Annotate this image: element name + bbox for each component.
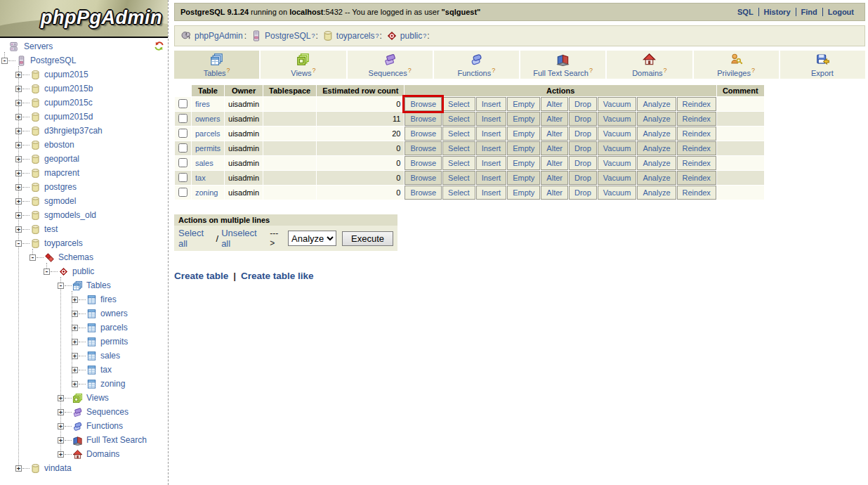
action-vacuum[interactable]: Vacuum: [603, 100, 631, 108]
action-select[interactable]: Select: [448, 100, 470, 108]
row-checkbox[interactable]: [178, 114, 188, 123]
help-link[interactable]: ?: [312, 67, 315, 74]
tree-item[interactable]: - Schemas: [0, 250, 167, 264]
row-checkbox[interactable]: [178, 143, 188, 153]
tree-item[interactable]: + Sequences: [0, 405, 167, 419]
help-link[interactable]: ?: [423, 32, 426, 39]
tree-item-label[interactable]: owners: [100, 309, 128, 318]
tree-item[interactable]: - Tables: [0, 278, 167, 292]
breadcrumb-link[interactable]: PostgreSQL: [265, 31, 310, 41]
tree-item[interactable]: + tax: [0, 363, 167, 377]
row-checkbox[interactable]: [178, 129, 188, 138]
action-vacuum[interactable]: Vacuum: [603, 129, 631, 138]
tree-expand-toggle[interactable]: -: [44, 269, 50, 275]
tree-item[interactable]: + test: [0, 222, 167, 236]
tab-label[interactable]: Functions: [458, 68, 492, 77]
action-empty[interactable]: Empty: [513, 100, 534, 108]
action-select-dropdown[interactable]: Analyze: [288, 231, 336, 246]
tree-item-label[interactable]: tax: [100, 365, 112, 375]
tree-expand-toggle[interactable]: -: [58, 283, 64, 289]
action-browse[interactable]: Browse: [410, 115, 436, 123]
tree-expand-toggle[interactable]: +: [58, 423, 64, 429]
tree-item-label[interactable]: Views: [86, 393, 109, 403]
top-nav-link[interactable]: Logout: [822, 8, 859, 16]
tree-item-label[interactable]: postgres: [44, 182, 77, 192]
top-nav-link[interactable]: Find: [796, 8, 822, 16]
row-checkbox[interactable]: [178, 99, 188, 108]
tree-item[interactable]: + sgmodels_old: [0, 208, 167, 222]
tree-expand-toggle[interactable]: +: [15, 72, 22, 78]
tree-item-label[interactable]: mapcrent: [44, 168, 79, 178]
tree-item[interactable]: + cupum2015: [0, 67, 167, 82]
tab[interactable]: Domains?: [607, 51, 692, 79]
tab-label[interactable]: Full Text Search: [533, 68, 588, 77]
tab[interactable]: Views?: [261, 51, 346, 79]
top-nav-link[interactable]: History: [758, 8, 796, 16]
action-insert[interactable]: Insert: [482, 174, 501, 182]
help-link[interactable]: ?: [408, 67, 412, 74]
tree-item-label[interactable]: Schemas: [58, 252, 93, 262]
tree-item-label[interactable]: eboston: [44, 140, 74, 150]
tree-item-label[interactable]: toyparcels: [44, 238, 83, 248]
tree-item[interactable]: + d3hrgietp37cah: [0, 124, 167, 138]
table-name-link[interactable]: parcels: [195, 129, 220, 138]
tree-expand-toggle[interactable]: +: [15, 198, 22, 205]
tree-expand-toggle[interactable]: +: [58, 409, 64, 415]
tree-item-label[interactable]: sales: [100, 351, 120, 361]
tab-label[interactable]: Domains: [632, 68, 662, 77]
action-alter[interactable]: Alter: [546, 174, 563, 182]
tree-item[interactable]: + Functions: [0, 419, 167, 433]
tab-label[interactable]: Sequences: [369, 68, 407, 77]
action-drop[interactable]: Drop: [574, 144, 591, 153]
action-drop[interactable]: Drop: [574, 129, 591, 138]
tree-item[interactable]: + eboston: [0, 138, 167, 152]
tree-item-label[interactable]: Tables: [86, 280, 111, 290]
tree-expand-toggle[interactable]: +: [15, 100, 22, 106]
tree-item-label[interactable]: PostgreSQL: [30, 56, 76, 65]
action-empty[interactable]: Empty: [513, 115, 534, 123]
tree-item[interactable]: - public: [0, 264, 167, 278]
action-reindex[interactable]: Reindex: [683, 188, 711, 197]
action-browse[interactable]: Browse: [410, 159, 436, 167]
action-alter[interactable]: Alter: [546, 100, 563, 108]
action-drop[interactable]: Drop: [574, 159, 591, 167]
breadcrumb-link[interactable]: toyparcels: [336, 31, 375, 41]
action-browse[interactable]: Browse: [410, 174, 436, 182]
table-name-link[interactable]: sales: [195, 159, 213, 167]
tree-expand-toggle[interactable]: +: [15, 128, 22, 134]
tree-expand-toggle[interactable]: +: [72, 381, 78, 387]
tree-expand-toggle[interactable]: +: [15, 226, 22, 233]
action-browse[interactable]: Browse: [410, 129, 436, 138]
action-reindex[interactable]: Reindex: [683, 159, 711, 167]
help-link[interactable]: ?: [311, 32, 315, 39]
tree-item-label[interactable]: parcels: [100, 323, 128, 332]
tree-item[interactable]: + cupum2015c: [0, 96, 167, 110]
table-name-link[interactable]: permits: [195, 144, 221, 153]
create-table-like-link[interactable]: Create table like: [241, 271, 314, 281]
tree-item-label[interactable]: cupum2015c: [44, 98, 93, 108]
select-all-link[interactable]: Select all: [178, 228, 213, 249]
tree-expand-toggle[interactable]: +: [15, 142, 22, 148]
tree-item-label[interactable]: fires: [100, 295, 117, 304]
action-analyze[interactable]: Analyze: [643, 188, 670, 197]
tree-item[interactable]: + geoportal: [0, 152, 167, 166]
action-select[interactable]: Select: [448, 115, 470, 123]
tree-expand-toggle[interactable]: -: [15, 240, 22, 247]
row-checkbox[interactable]: [178, 158, 188, 167]
action-select[interactable]: Select: [448, 129, 470, 138]
tree-item[interactable]: + sales: [0, 349, 167, 363]
action-empty[interactable]: Empty: [513, 144, 534, 153]
action-select[interactable]: Select: [448, 174, 470, 182]
tree-item-label[interactable]: Servers: [24, 41, 53, 51]
tree-item[interactable]: + Domains: [0, 447, 167, 461]
action-insert[interactable]: Insert: [482, 100, 501, 108]
tree-item[interactable]: + Full Text Search: [0, 433, 167, 447]
tree-expand-toggle[interactable]: +: [15, 170, 22, 176]
tree-expand-toggle[interactable]: +: [15, 465, 22, 472]
tree-item-label[interactable]: cupum2015d: [44, 112, 93, 122]
tree-item[interactable]: - toyparcels: [0, 236, 167, 250]
help-link[interactable]: ?: [492, 67, 495, 74]
tab[interactable]: Functions?: [434, 51, 519, 79]
tree-item[interactable]: - PostgreSQL: [0, 53, 167, 67]
tree-item-label[interactable]: Sequences: [86, 407, 129, 417]
